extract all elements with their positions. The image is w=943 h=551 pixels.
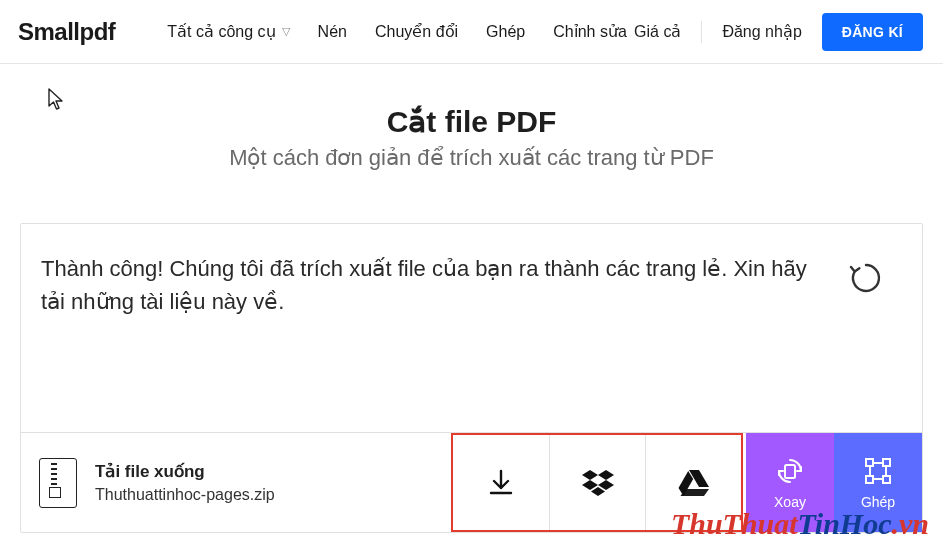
- download-actions-highlight: [451, 433, 743, 532]
- result-top: Thành công! Chúng tôi đã trích xuất file…: [21, 224, 922, 432]
- svg-rect-2: [883, 459, 890, 466]
- download-title: Tải file xuống: [95, 461, 275, 482]
- page-subtitle: Một cách đơn giản để trích xuất các tran…: [0, 145, 943, 171]
- brand-logo[interactable]: Smallpdf: [18, 18, 115, 46]
- zip-file-icon: [39, 458, 77, 508]
- tool-actions: Xoay Ghép: [746, 433, 922, 532]
- retry-button[interactable]: [844, 256, 888, 300]
- merge-icon: [863, 456, 893, 486]
- rotate-icon: [775, 456, 805, 486]
- signup-button[interactable]: ĐĂNG KÍ: [822, 13, 923, 51]
- header: Smallpdf Tất cả công cụ ▽ Nén Chuyển đổi…: [0, 0, 943, 64]
- nav-edit[interactable]: Chỉnh sửa: [553, 22, 627, 41]
- nav-login[interactable]: Đăng nhập: [722, 22, 801, 41]
- chevron-down-icon: ▽: [282, 25, 290, 38]
- nav-all-tools-label: Tất cả công cụ: [167, 22, 275, 41]
- divider: [701, 21, 702, 43]
- nav-compress[interactable]: Nén: [318, 23, 347, 41]
- nav-merge[interactable]: Ghép: [486, 23, 525, 41]
- result-bottom-bar: Tải file xuống Thuthuattinhoc-pages.zip: [21, 432, 922, 532]
- rotate-tool-button[interactable]: Xoay: [746, 433, 834, 532]
- nav-all-tools[interactable]: Tất cả công cụ ▽: [167, 22, 289, 41]
- nav-pricing[interactable]: Giá cả: [634, 22, 681, 41]
- download-local-button[interactable]: [453, 435, 549, 530]
- merge-tool-button[interactable]: Ghép: [834, 433, 922, 532]
- download-icon: [486, 468, 516, 498]
- main-nav: Tất cả công cụ ▽ Nén Chuyển đổi Ghép Chỉ…: [167, 22, 627, 41]
- file-info: Tải file xuống Thuthuattinhoc-pages.zip: [21, 433, 451, 532]
- download-dropbox-button[interactable]: [549, 435, 645, 530]
- rotate-tool-label: Xoay: [774, 494, 806, 510]
- download-filename: Thuthuattinhoc-pages.zip: [95, 486, 275, 504]
- success-message: Thành công! Chúng tôi đã trích xuất file…: [41, 252, 824, 318]
- svg-rect-4: [883, 476, 890, 483]
- download-gdrive-button[interactable]: [645, 435, 741, 530]
- page-head: Cắt file PDF Một cách đơn giản để trích …: [0, 104, 943, 171]
- right-nav: Giá cả Đăng nhập ĐĂNG KÍ: [634, 13, 923, 51]
- merge-tool-label: Ghép: [861, 494, 895, 510]
- svg-rect-3: [866, 476, 873, 483]
- result-card: Thành công! Chúng tôi đã trích xuất file…: [20, 223, 923, 533]
- nav-convert[interactable]: Chuyển đổi: [375, 22, 458, 41]
- retry-icon: [848, 260, 884, 296]
- page-title: Cắt file PDF: [0, 104, 943, 139]
- file-texts: Tải file xuống Thuthuattinhoc-pages.zip: [95, 461, 275, 504]
- dropbox-icon: [581, 468, 615, 498]
- google-drive-icon: [678, 469, 710, 497]
- svg-rect-1: [866, 459, 873, 466]
- svg-rect-0: [785, 465, 795, 478]
